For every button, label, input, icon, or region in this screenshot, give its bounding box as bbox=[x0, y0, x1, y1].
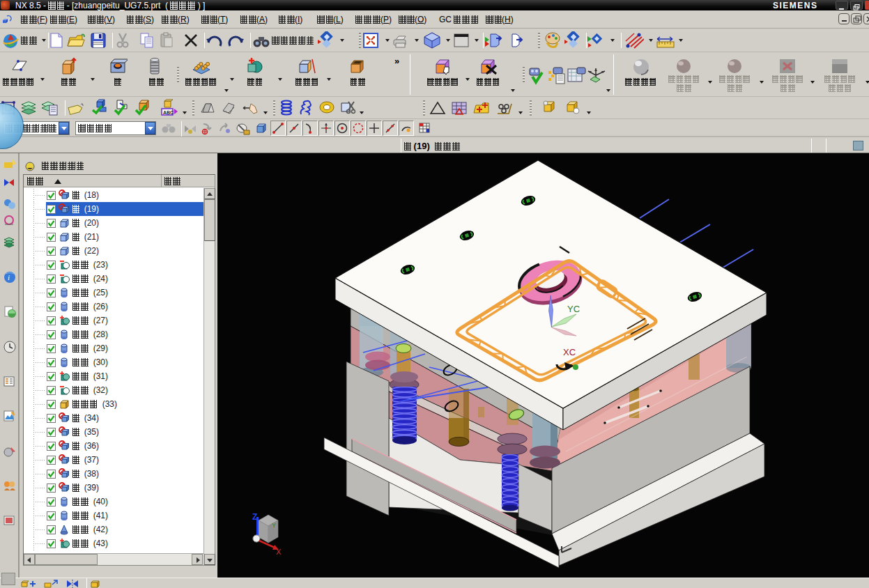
svg-text:Y: Y bbox=[272, 522, 276, 529]
svg-text:X: X bbox=[276, 548, 282, 556]
svg-text:XC: XC bbox=[563, 347, 576, 357]
svg-text:Z: Z bbox=[252, 512, 257, 522]
svg-text:i: i bbox=[8, 273, 10, 281]
svg-text:YC: YC bbox=[567, 304, 580, 314]
svg-text:ABC: ABC bbox=[163, 110, 174, 115]
